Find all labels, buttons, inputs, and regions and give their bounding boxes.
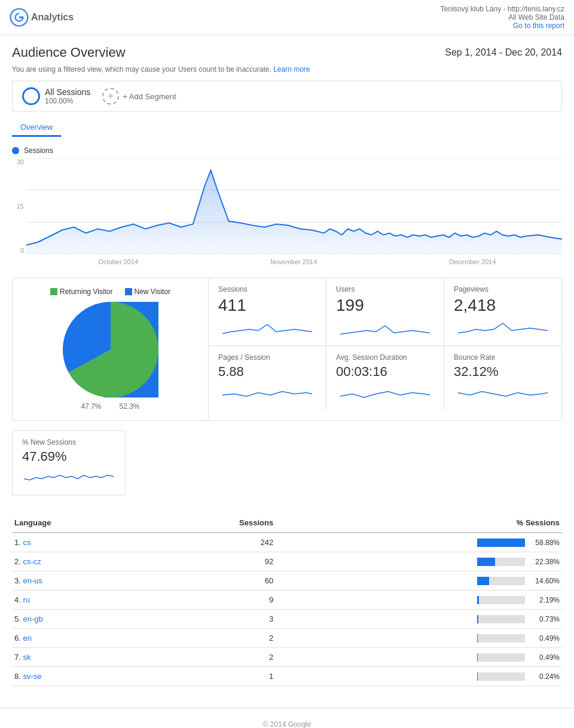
bar-container: 0.49% bbox=[278, 653, 560, 662]
y-label-high: 30 bbox=[12, 158, 24, 166]
bar-container: 58.88% bbox=[278, 539, 560, 547]
table-row: 7. sk 2 0.49% bbox=[12, 648, 562, 667]
language-link[interactable]: sv-se bbox=[23, 672, 41, 681]
go-to-report-link[interactable]: Go to this report bbox=[513, 22, 564, 30]
new-sessions-label: % New Sessions bbox=[22, 438, 115, 446]
page-title-row: Audience Overview Sep 1, 2014 - Dec 20, … bbox=[12, 45, 562, 60]
language-link[interactable]: sk bbox=[23, 653, 30, 662]
new-sessions-sparkline bbox=[22, 468, 115, 486]
pct-label: 58.88% bbox=[530, 539, 560, 547]
pct-label: 2.19% bbox=[530, 596, 560, 604]
pct-label: 0.49% bbox=[530, 634, 560, 643]
row-pct-sessions: 0.73% bbox=[276, 610, 562, 629]
row-pct-sessions: 14.60% bbox=[276, 571, 562, 591]
segment-bar: All Sessions 100.00% + + Add Segment bbox=[12, 81, 562, 112]
bar-fill bbox=[477, 539, 525, 547]
chart-with-labels: 30 15 0 bbox=[12, 158, 562, 265]
pie-chart-svg bbox=[63, 302, 158, 397]
sessions-stat: Sessions 411 bbox=[209, 278, 326, 345]
bar-background bbox=[477, 577, 525, 585]
language-link[interactable]: cs bbox=[23, 538, 30, 547]
language-link[interactable]: en bbox=[23, 634, 31, 643]
session-circle-icon bbox=[22, 87, 40, 105]
bar-container: 22.38% bbox=[278, 558, 560, 566]
sessions-chart-svg bbox=[26, 158, 562, 254]
bar-container: 14.60% bbox=[278, 577, 560, 585]
bounce-rate-value: 32.12% bbox=[454, 364, 552, 380]
add-segment-button[interactable]: + + Add Segment bbox=[102, 88, 176, 105]
x-label-nov: November 2014 bbox=[270, 258, 317, 265]
bar-container: 0.49% bbox=[278, 634, 560, 643]
svg-rect-1 bbox=[19, 16, 23, 18]
row-num-lang: 5. en-gb bbox=[12, 610, 148, 629]
pct-label: 14.60% bbox=[530, 577, 560, 585]
users-stat: Users 199 bbox=[326, 278, 444, 345]
table-row: 8. sv-se 1 0.24% bbox=[12, 667, 562, 686]
pie-chart-section: Returning Visitor New Visitor 47.7% 52.3… bbox=[13, 278, 209, 420]
table-row: 3. en-us 60 14.60% bbox=[12, 571, 562, 591]
analytics-logo-text: Analytics bbox=[31, 12, 74, 23]
language-table: Language Sessions % Sessions 1. cs 242 5… bbox=[12, 513, 562, 686]
header: Analytics Tenisový klub Lány - http://te… bbox=[0, 0, 574, 35]
row-pct-sessions: 0.49% bbox=[276, 648, 562, 667]
ga-logo: Analytics bbox=[10, 8, 74, 27]
pie-legend: Returning Visitor New Visitor bbox=[50, 287, 170, 296]
table-row: 4. ru 9 2.19% bbox=[12, 591, 562, 610]
bar-container: 0.24% bbox=[278, 672, 560, 681]
bar-container: 0.73% bbox=[278, 615, 560, 623]
stats-blocks: Sessions 411 Users 199 Pageviews 2,418 bbox=[209, 278, 561, 420]
language-link[interactable]: ru bbox=[23, 595, 30, 604]
bar-fill bbox=[477, 672, 478, 681]
language-link[interactable]: en-gb bbox=[23, 614, 42, 623]
bar-background bbox=[477, 653, 525, 662]
footer: © 2014 Google bbox=[0, 708, 574, 728]
new-pct: 52.3% bbox=[120, 402, 140, 411]
overview-tab[interactable]: Overview bbox=[12, 119, 61, 137]
bar-background bbox=[477, 672, 525, 681]
bar-background bbox=[477, 634, 525, 643]
segment-label: All Sessions bbox=[45, 87, 90, 97]
row-num-lang: 8. sv-se bbox=[12, 667, 148, 686]
row-num-lang: 4. ru bbox=[12, 591, 148, 610]
pages-session-label: Pages / Session bbox=[218, 353, 316, 362]
learn-more-link[interactable]: Learn more bbox=[273, 65, 310, 74]
users-value: 199 bbox=[336, 296, 434, 315]
segment-label-wrapper: All Sessions 100.00% bbox=[45, 87, 90, 105]
chart-y-axis: 30 15 0 bbox=[12, 158, 24, 254]
returning-legend-box bbox=[50, 288, 57, 295]
new-sessions-value: 47.69% bbox=[22, 449, 115, 464]
site-name: Tenisový klub Lány - http://tenis.lany.c… bbox=[441, 5, 564, 13]
site-sub: All Web Site Data bbox=[441, 13, 564, 22]
chart-x-axis: October 2014 November 2014 December 2014 bbox=[26, 258, 562, 265]
row-sessions: 2 bbox=[148, 629, 276, 648]
pages-session-sparkline bbox=[218, 383, 316, 401]
avg-session-value: 00:03:16 bbox=[336, 364, 434, 380]
bar-background bbox=[477, 558, 525, 566]
stats-top-row: Sessions 411 Users 199 Pageviews 2,418 bbox=[209, 278, 561, 346]
bar-fill bbox=[477, 558, 495, 566]
col-pct-sessions: % Sessions bbox=[276, 513, 562, 533]
date-range: Sep 1, 2014 - Dec 20, 2014 bbox=[445, 47, 562, 58]
segment-percentage: 100.00% bbox=[45, 97, 90, 105]
row-pct-sessions: 2.19% bbox=[276, 591, 562, 610]
bar-container: 2.19% bbox=[278, 596, 560, 604]
returning-label: Returning Visitor bbox=[60, 287, 113, 296]
bar-fill bbox=[477, 596, 479, 604]
row-sessions: 242 bbox=[148, 533, 276, 552]
users-label: Users bbox=[336, 285, 434, 293]
bounce-rate-stat: Bounce Rate 32.12% bbox=[444, 346, 561, 410]
row-sessions: 60 bbox=[148, 571, 276, 591]
pageviews-value: 2,418 bbox=[454, 296, 552, 315]
col-language: Language bbox=[12, 513, 148, 533]
header-site-info: Tenisový klub Lány - http://tenis.lany.c… bbox=[441, 5, 564, 30]
sessions-label: Sessions bbox=[218, 285, 316, 293]
new-visitor-legend: New Visitor bbox=[125, 287, 170, 296]
table-row: 5. en-gb 3 0.73% bbox=[12, 610, 562, 629]
y-label-mid: 15 bbox=[12, 203, 24, 210]
language-link[interactable]: cs-cz bbox=[23, 557, 41, 566]
pct-label: 22.38% bbox=[530, 558, 560, 566]
sessions-chart-section: Sessions 30 15 0 bbox=[12, 146, 562, 265]
language-link[interactable]: en-us bbox=[23, 576, 42, 585]
avg-session-stat: Avg. Session Duration 00:03:16 bbox=[326, 346, 444, 410]
pageviews-label: Pageviews bbox=[454, 285, 552, 293]
